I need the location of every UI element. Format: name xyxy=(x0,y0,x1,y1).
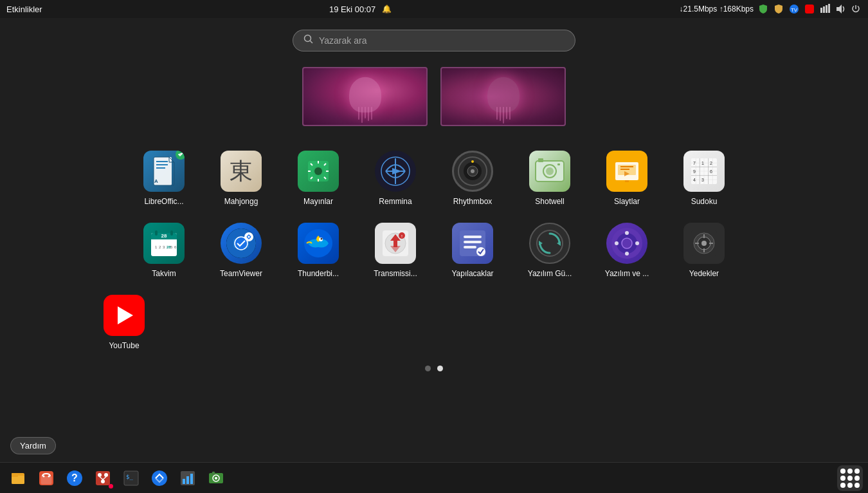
shotwell-label: Shotwell xyxy=(535,197,564,206)
svg-text:7: 7 xyxy=(693,161,696,165)
app-row-3: YouTube xyxy=(0,290,868,355)
app-youtube[interactable]: YouTube xyxy=(89,290,159,355)
svg-point-42 xyxy=(546,167,554,175)
yapilacaklar-label: Yapılacaklar xyxy=(451,269,493,278)
svg-rect-72 xyxy=(155,230,158,236)
app-thunderbird[interactable]: Thunderbi... xyxy=(283,218,354,283)
app-transmission[interactable]: ! Transmissi... xyxy=(360,218,431,283)
takvim-icon: 28 1 2 3 28 5 6 xyxy=(143,223,185,264)
svg-text:9: 9 xyxy=(693,169,696,174)
svg-rect-40 xyxy=(538,158,543,162)
app-libreoffice[interactable]: A LibreOffic... xyxy=(129,145,199,211)
svg-rect-95 xyxy=(464,236,482,238)
thunderbird-label: Thunderbi... xyxy=(298,269,339,278)
taskbar-help-icon[interactable]: ? xyxy=(62,465,87,491)
libreoffice-icon: A xyxy=(143,151,185,192)
remmina-label: Remmina xyxy=(379,197,411,206)
notif-dot xyxy=(109,484,113,488)
svg-marker-15 xyxy=(179,153,183,156)
yapilacaklar-icon xyxy=(452,223,493,264)
teamviewer-tray-icon[interactable]: TV xyxy=(788,3,800,15)
page-dot-1[interactable] xyxy=(425,366,431,371)
show-apps-button[interactable] xyxy=(837,465,863,491)
svg-rect-4 xyxy=(823,6,825,13)
svg-rect-139 xyxy=(190,474,193,484)
svg-point-18 xyxy=(314,167,322,175)
svg-text:A: A xyxy=(154,178,158,184)
app-yedekler[interactable]: Yedekler xyxy=(669,218,739,283)
svg-text:6: 6 xyxy=(710,169,712,174)
teamviewer-label: TeamViewer xyxy=(220,269,262,278)
svg-point-36 xyxy=(471,169,475,173)
app-mahjongg[interactable]: 東 Mahjongg xyxy=(206,145,276,211)
taskbar-terminal-icon[interactable]: $_ xyxy=(118,465,144,491)
mahjongg-label: Mahjongg xyxy=(224,197,258,206)
shotwell-icon xyxy=(529,151,570,192)
svg-rect-47 xyxy=(620,169,629,170)
app-slaytlar[interactable]: Slaytlar xyxy=(592,145,662,211)
app-shotwell[interactable]: Shotwell xyxy=(514,145,585,211)
shield-yellow-icon[interactable] xyxy=(773,3,784,15)
taskbar-teamviewer-icon[interactable] xyxy=(147,465,172,491)
help-button[interactable]: Yardım xyxy=(10,437,56,454)
svg-point-128 xyxy=(98,473,102,477)
window-thumbnails xyxy=(302,67,566,126)
svg-point-83 xyxy=(244,232,253,241)
search-icon xyxy=(303,34,314,47)
topbar-left: Etkinlikler xyxy=(6,5,42,14)
svg-rect-73 xyxy=(170,230,173,236)
topbar-right: ↓21.5Mbps ↑168Kbps TV xyxy=(680,3,862,15)
svg-text:?: ? xyxy=(71,472,78,483)
teamviewer-icon xyxy=(221,223,262,264)
activities-button[interactable]: Etkinlikler xyxy=(6,5,42,14)
svg-point-124 xyxy=(48,475,50,477)
taskbar-store-icon[interactable] xyxy=(33,465,59,491)
svg-point-106 xyxy=(625,231,629,235)
svg-point-130 xyxy=(101,479,105,483)
svg-point-8 xyxy=(305,35,311,42)
datetime-label: 19 Eki 00:07 xyxy=(329,5,375,14)
app-row-2: 28 1 2 3 28 5 6 Takvim xyxy=(129,218,739,283)
window-thumb-1[interactable] xyxy=(302,67,428,126)
app-row-1: A LibreOffic... 東 Mahjongg xyxy=(129,145,739,211)
search-input[interactable] xyxy=(319,35,565,46)
window-thumb-2[interactable] xyxy=(440,67,566,126)
svg-rect-2 xyxy=(805,5,814,14)
svg-point-129 xyxy=(104,473,108,477)
app-remmina[interactable]: Remmina xyxy=(360,145,431,211)
bell-icon[interactable]: 🔔 xyxy=(381,3,392,15)
app-yazilim-gunc[interactable]: Yazılım Gü... xyxy=(514,218,585,283)
transmission-icon: ! xyxy=(375,223,416,264)
volume-icon[interactable] xyxy=(835,3,846,15)
search-bar xyxy=(293,30,575,51)
takvim-label: Takvim xyxy=(152,269,176,278)
taskbar-screenshot-icon[interactable] xyxy=(203,465,229,491)
slaytlar-label: Slaytlar xyxy=(614,197,640,206)
taskbar-git-icon[interactable] xyxy=(90,465,116,491)
app-mayinlar[interactable]: Mayınlar xyxy=(283,145,354,211)
power-icon[interactable] xyxy=(850,3,862,15)
taskbar-taskmanager-icon[interactable] xyxy=(175,465,201,491)
network-icon[interactable] xyxy=(819,3,831,15)
app-yapilacaklar[interactable]: Yapılacaklar xyxy=(437,218,508,283)
svg-rect-6 xyxy=(828,4,830,13)
app-takvim[interactable]: 28 1 2 3 28 5 6 Takvim xyxy=(129,218,199,283)
yedekler-icon xyxy=(683,223,725,264)
red-square-tray-icon[interactable] xyxy=(804,3,815,15)
app-sudoku[interactable]: 7 1 2 9 6 4 3 Sudoku xyxy=(669,145,739,211)
shield-green-icon[interactable] xyxy=(757,3,769,15)
sudoku-icon: 7 1 2 9 6 4 3 xyxy=(683,151,725,192)
app-yazilim-ve[interactable]: Yazılım ve ... xyxy=(592,218,662,283)
sudoku-label: Sudoku xyxy=(691,197,718,206)
app-teamviewer[interactable]: TeamViewer xyxy=(206,218,276,283)
libreoffice-label: LibreOffic... xyxy=(144,197,183,206)
app-rhythmbox[interactable]: Rhythmbox xyxy=(437,145,508,211)
svg-text:28: 28 xyxy=(161,233,167,239)
taskbar-files-icon[interactable] xyxy=(5,465,31,491)
svg-point-86 xyxy=(321,238,323,240)
rhythmbox-icon xyxy=(452,151,493,192)
slaytlar-icon xyxy=(606,151,647,192)
youtube-label: YouTube xyxy=(109,341,139,350)
svg-text:1: 1 xyxy=(701,161,704,165)
page-dot-2[interactable] xyxy=(437,366,443,371)
